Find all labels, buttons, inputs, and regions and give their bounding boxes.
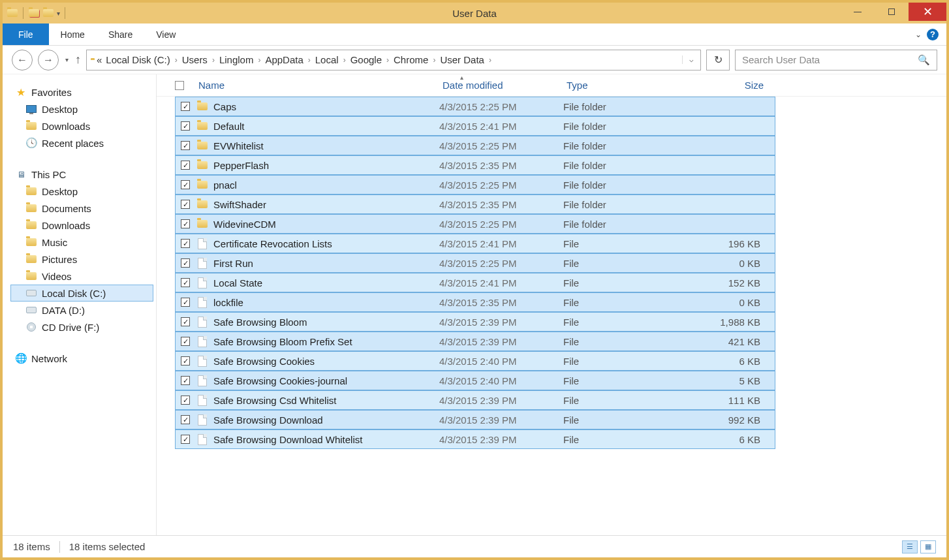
row-checkbox[interactable]: ✓ xyxy=(181,415,190,424)
refresh-button[interactable]: ↻ xyxy=(706,50,730,70)
file-type: File folder xyxy=(563,121,687,132)
row-checkbox[interactable]: ✓ xyxy=(181,161,190,170)
recent-locations-icon[interactable]: ▾ xyxy=(65,56,69,63)
select-all-checkbox[interactable] xyxy=(175,81,184,90)
row-checkbox[interactable]: ✓ xyxy=(181,376,190,385)
breadcrumb-overflow[interactable]: « xyxy=(95,54,104,65)
breadcrumb-item[interactable]: Google xyxy=(349,54,384,65)
tree-desktop[interactable]: Desktop xyxy=(10,101,153,117)
file-row[interactable]: ✓lockfile4/3/2015 2:35 PMFile0 KB xyxy=(175,292,775,312)
breadcrumb-item[interactable]: Linglom xyxy=(217,54,256,65)
file-row[interactable]: ✓EVWhitelist4/3/2015 2:25 PMFile folder xyxy=(175,136,775,155)
up-button[interactable]: ↑ xyxy=(75,53,81,67)
file-row[interactable]: ✓SwiftShader4/3/2015 2:35 PMFile folder xyxy=(175,194,775,214)
file-row[interactable]: ✓First Run4/3/2015 2:25 PMFile0 KB xyxy=(175,253,775,273)
tree-pc-downloads[interactable]: Downloads xyxy=(10,217,153,234)
maximize-button[interactable] xyxy=(875,3,909,21)
tree-local-disk-c[interactable]: Local Disk (C:) xyxy=(10,285,153,302)
breadcrumb-item[interactable]: Local xyxy=(313,54,341,65)
qat-dropdown-icon[interactable]: ▾ xyxy=(57,10,60,17)
file-row[interactable]: ✓Safe Browsing Bloom Prefix Set4/3/2015 … xyxy=(175,332,775,351)
row-checkbox[interactable]: ✓ xyxy=(181,317,190,326)
breadcrumb-item[interactable]: AppData xyxy=(263,54,305,65)
row-checkbox[interactable]: ✓ xyxy=(181,200,190,209)
row-checkbox[interactable]: ✓ xyxy=(181,239,190,248)
chevron-right-icon[interactable]: › xyxy=(486,55,494,65)
file-row[interactable]: ✓Safe Browsing Cookies4/3/2015 2:40 PMFi… xyxy=(175,351,775,371)
drive-icon xyxy=(25,287,37,299)
icons-view-button[interactable]: ▦ xyxy=(920,540,936,553)
tree-recent[interactable]: 🕓Recent places xyxy=(10,134,153,151)
breadcrumb-item[interactable]: Local Disk (C:) xyxy=(104,54,172,65)
file-row[interactable]: ✓Safe Browsing Download Whitelist4/3/201… xyxy=(175,429,775,449)
tree-downloads[interactable]: Downloads xyxy=(10,117,153,134)
chevron-right-icon[interactable]: › xyxy=(384,55,392,65)
chevron-right-icon[interactable]: › xyxy=(430,55,438,65)
tree-thispc[interactable]: 🖥This PC xyxy=(10,166,153,183)
address-bar[interactable]: « Local Disk (C:)›Users›Linglom›AppData›… xyxy=(86,50,701,70)
chevron-right-icon[interactable]: › xyxy=(305,55,313,65)
search-input[interactable]: Search User Data 🔍 xyxy=(735,50,937,70)
row-checkbox[interactable]: ✓ xyxy=(181,435,190,444)
column-size[interactable]: Size xyxy=(691,80,769,91)
column-type[interactable]: Type xyxy=(567,80,691,91)
file-row[interactable]: ✓WidevineCDM4/3/2015 2:25 PMFile folder xyxy=(175,214,775,234)
minimize-button[interactable] xyxy=(841,3,875,21)
forward-button[interactable]: → xyxy=(38,50,59,70)
row-checkbox[interactable]: ✓ xyxy=(181,396,190,405)
breadcrumb-item[interactable]: Users xyxy=(180,54,210,65)
file-row[interactable]: ✓Certificate Revocation Lists4/3/2015 2:… xyxy=(175,234,775,253)
file-row[interactable]: ✓Caps4/3/2015 2:25 PMFile folder xyxy=(175,97,775,116)
file-row[interactable]: ✓Safe Browsing Csd Whitelist4/3/2015 2:3… xyxy=(175,390,775,410)
details-view-button[interactable]: ☰ xyxy=(902,540,918,553)
tree-pc-desktop[interactable]: Desktop xyxy=(10,183,153,200)
row-checkbox[interactable]: ✓ xyxy=(181,258,190,268)
row-checkbox[interactable]: ✓ xyxy=(181,337,190,346)
file-row[interactable]: ✓Safe Browsing Bloom4/3/2015 2:39 PMFile… xyxy=(175,312,775,332)
file-row[interactable]: ✓pnacl4/3/2015 2:25 PMFile folder xyxy=(175,175,775,194)
row-checkbox[interactable]: ✓ xyxy=(181,278,190,287)
new-folder-icon[interactable] xyxy=(42,7,54,19)
chevron-right-icon[interactable]: › xyxy=(255,55,263,65)
tab-file[interactable]: File xyxy=(3,23,49,45)
folder-icon[interactable] xyxy=(7,7,18,19)
tree-pictures[interactable]: Pictures xyxy=(10,251,153,268)
tree-videos[interactable]: Videos xyxy=(10,268,153,285)
tab-home[interactable]: Home xyxy=(49,23,97,45)
row-checkbox[interactable]: ✓ xyxy=(181,298,190,307)
breadcrumb-item[interactable]: User Data xyxy=(438,54,486,65)
file-row[interactable]: ✓Default4/3/2015 2:41 PMFile folder xyxy=(175,116,775,136)
tree-network[interactable]: 🌐Network xyxy=(10,350,153,367)
column-name[interactable]: Name xyxy=(188,80,443,91)
row-checkbox[interactable]: ✓ xyxy=(181,121,190,131)
tab-share[interactable]: Share xyxy=(97,23,144,45)
ribbon-expand-icon[interactable]: ⌄ xyxy=(915,30,922,39)
row-checkbox[interactable]: ✓ xyxy=(181,180,190,189)
column-date[interactable]: Date modified xyxy=(443,80,567,91)
file-row[interactable]: ✓PepperFlash4/3/2015 2:35 PMFile folder xyxy=(175,155,775,175)
file-row[interactable]: ✓Safe Browsing Cookies-journal4/3/2015 2… xyxy=(175,371,775,390)
back-button[interactable]: ← xyxy=(12,50,33,70)
help-icon[interactable]: ? xyxy=(927,29,939,40)
folder-icon xyxy=(25,120,37,132)
file-row[interactable]: ✓Safe Browsing Download4/3/2015 2:39 PMF… xyxy=(175,410,775,429)
chevron-right-icon[interactable]: › xyxy=(210,55,217,65)
close-button[interactable]: ✕ xyxy=(909,3,946,21)
tree-cd-drive-f[interactable]: CD Drive (F:) xyxy=(10,319,153,335)
row-checkbox[interactable]: ✓ xyxy=(181,141,190,150)
row-checkbox[interactable]: ✓ xyxy=(181,219,190,228)
tree-documents[interactable]: Documents xyxy=(10,200,153,217)
tab-view[interactable]: View xyxy=(144,23,187,45)
file-row[interactable]: ✓Local State4/3/2015 2:41 PMFile152 KB xyxy=(175,273,775,292)
address-dropdown-icon[interactable]: ⌵ xyxy=(682,55,700,64)
chevron-right-icon[interactable]: › xyxy=(172,55,180,65)
tree-data-d[interactable]: DATA (D:) xyxy=(10,302,153,319)
chevron-right-icon[interactable]: › xyxy=(341,55,349,65)
navigation-bar: ← → ▾ ↑ « Local Disk (C:)›Users›Linglom›… xyxy=(3,46,946,74)
tree-favorites[interactable]: ★Favorites xyxy=(10,84,153,101)
row-checkbox[interactable]: ✓ xyxy=(181,102,190,111)
tree-music[interactable]: Music xyxy=(10,234,153,251)
row-checkbox[interactable]: ✓ xyxy=(181,356,190,366)
properties-icon[interactable] xyxy=(28,7,40,19)
breadcrumb-item[interactable]: Chrome xyxy=(392,54,430,65)
